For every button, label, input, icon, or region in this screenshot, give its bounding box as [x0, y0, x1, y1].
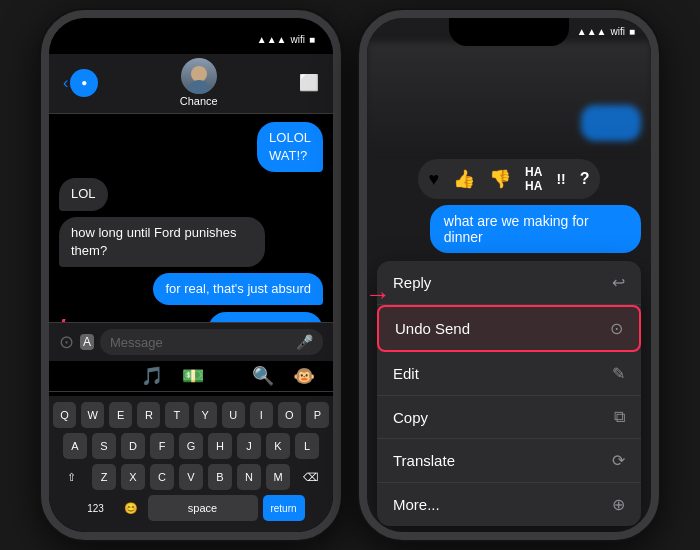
menu-item-reply[interactable]: Reply ↩ [377, 261, 641, 305]
key-w[interactable]: W [81, 402, 104, 428]
key-q[interactable]: Q [53, 402, 76, 428]
key-emoji[interactable]: 😊 [119, 495, 143, 521]
key-t[interactable]: T [165, 402, 188, 428]
context-message-text: what are we making for dinner [444, 213, 589, 245]
menu-more-label: More... [393, 496, 440, 513]
main-container: 9:41 ▲▲▲ wifi ■ ‹ ● [0, 0, 700, 550]
context-message-bubble: what are we making for dinner [430, 205, 641, 253]
keyboard-row-2: A S D F G H J K L [53, 433, 329, 459]
key-n[interactable]: N [237, 464, 261, 490]
nav-header-left: ‹ ● Chance ⬜ [49, 54, 333, 114]
reaction-question[interactable]: ? [580, 170, 590, 188]
key-u[interactable]: U [222, 402, 245, 428]
reaction-heart[interactable]: ♥ [428, 169, 439, 190]
chat-area-left: LOLOL WAT!? LOL how long until Ford puni… [49, 114, 333, 322]
status-icons-right: ▲▲▲ wifi ■ [577, 26, 635, 40]
menu-item-edit[interactable]: Edit ✎ [377, 352, 641, 396]
key-c[interactable]: C [150, 464, 174, 490]
key-r[interactable]: R [137, 402, 160, 428]
key-f[interactable]: F [150, 433, 174, 459]
translate-icon: ⟳ [612, 451, 625, 470]
key-shift[interactable]: ⇧ [55, 464, 87, 490]
chevron-left-icon: ‹ [63, 74, 68, 92]
emoji-appstore[interactable]: 🅰 [104, 365, 122, 387]
key-j[interactable]: J [237, 433, 261, 459]
reaction-thumbsdown[interactable]: 👎 [489, 168, 511, 190]
key-123[interactable]: 123 [78, 495, 114, 521]
reaction-haha[interactable]: HAHA [525, 165, 542, 193]
battery-icon-right: ■ [629, 26, 635, 40]
key-e[interactable]: E [109, 402, 132, 428]
reaction-exclaim[interactable]: !! [556, 171, 565, 187]
appstore-icon[interactable]: A [80, 334, 94, 350]
key-v[interactable]: V [179, 464, 203, 490]
key-k[interactable]: K [266, 433, 290, 459]
menu-undo-label: Undo Send [395, 320, 470, 337]
reaction-bar: ♥ 👍 👎 HAHA !! ? [418, 159, 599, 199]
menu-item-more[interactable]: More... ⊕ [377, 483, 641, 526]
back-avatar[interactable]: ● [70, 69, 98, 97]
menu-copy-label: Copy [393, 409, 428, 426]
left-phone: 9:41 ▲▲▲ wifi ■ ‹ ● [41, 10, 341, 540]
key-delete[interactable]: ⌫ [295, 464, 327, 490]
undo-send-icon: ⊙ [610, 319, 623, 338]
emoji-music[interactable]: 🎵 [141, 365, 163, 387]
key-return[interactable]: return [263, 495, 305, 521]
menu-item-undo-send[interactable]: Undo Send ⊙ [377, 305, 641, 352]
emoji-search[interactable]: 🔍 [252, 365, 274, 387]
key-i[interactable]: I [250, 402, 273, 428]
menu-item-copy[interactable]: Copy ⧉ [377, 396, 641, 439]
key-x[interactable]: X [121, 464, 145, 490]
msg-row: for real, that's just absurd [59, 273, 323, 305]
emoji-cash[interactable]: 💵 [182, 365, 204, 387]
key-p[interactable]: P [306, 402, 329, 428]
emoji-photos[interactable]: 🖼 [67, 365, 85, 387]
camera-icon[interactable]: ⊙ [59, 331, 74, 353]
status-icons-left: ▲▲▲ wifi ■ [257, 34, 315, 45]
contact-name: Chance [180, 95, 218, 107]
emoji-avatar[interactable]: 🐵 [293, 365, 315, 387]
nav-center-left: Chance [180, 58, 218, 107]
message-bubble: LOLOL WAT!? [257, 122, 323, 172]
emoji-row: 🖼 🅰 🎵 💵 ● 🔍 🐵 [49, 361, 333, 392]
long-press-label: long-press [59, 315, 171, 322]
signal-icon: ▲▲▲ [257, 34, 287, 45]
key-d[interactable]: D [121, 433, 145, 459]
mic-icon: 🎤 [296, 334, 313, 350]
emoji-location[interactable]: ● [223, 365, 234, 387]
long-press-row: long-press → what are we making for dinn… [59, 311, 323, 322]
reaction-thumbsup[interactable]: 👍 [453, 168, 475, 190]
back-count: ● [81, 77, 87, 88]
key-b[interactable]: B [208, 464, 232, 490]
battery-icon: ■ [309, 34, 315, 45]
target-bubble-container: what are we making for dinner [175, 312, 323, 322]
signal-icon-right: ▲▲▲ [577, 26, 607, 40]
key-g[interactable]: G [179, 433, 203, 459]
blurred-bubble [581, 105, 641, 141]
contact-avatar [181, 58, 217, 94]
right-phone: 9:41 ▲▲▲ wifi ■ ♥ 👍 👎 HAHA !! ? [359, 10, 659, 540]
key-y[interactable]: Y [194, 402, 217, 428]
context-menu: Reply ↩ Undo Send ⊙ Edit ✎ Copy ⧉ [377, 261, 641, 526]
key-z[interactable]: Z [92, 464, 116, 490]
message-bubble: LOL [59, 178, 108, 210]
copy-icon: ⧉ [614, 408, 625, 426]
video-call-icon[interactable]: ⬜ [299, 73, 319, 92]
key-a[interactable]: A [63, 433, 87, 459]
target-message-bubble[interactable]: what are we making for dinner [208, 312, 323, 322]
menu-item-translate[interactable]: Translate ⟳ [377, 439, 641, 483]
key-m[interactable]: M [266, 464, 290, 490]
reply-icon: ↩ [612, 273, 625, 292]
blurred-background [367, 42, 651, 151]
wifi-icon: wifi [291, 34, 305, 45]
key-space[interactable]: space [148, 495, 258, 521]
message-input[interactable]: Message 🎤 [100, 329, 323, 355]
msg-row: how long until Ford punishes them? [59, 217, 323, 267]
key-s[interactable]: S [92, 433, 116, 459]
message-bubble: for real, that's just absurd [153, 273, 323, 305]
key-o[interactable]: O [278, 402, 301, 428]
key-h[interactable]: H [208, 433, 232, 459]
back-button[interactable]: ‹ ● [63, 69, 98, 97]
key-l[interactable]: L [295, 433, 319, 459]
input-placeholder: Message [110, 335, 163, 350]
